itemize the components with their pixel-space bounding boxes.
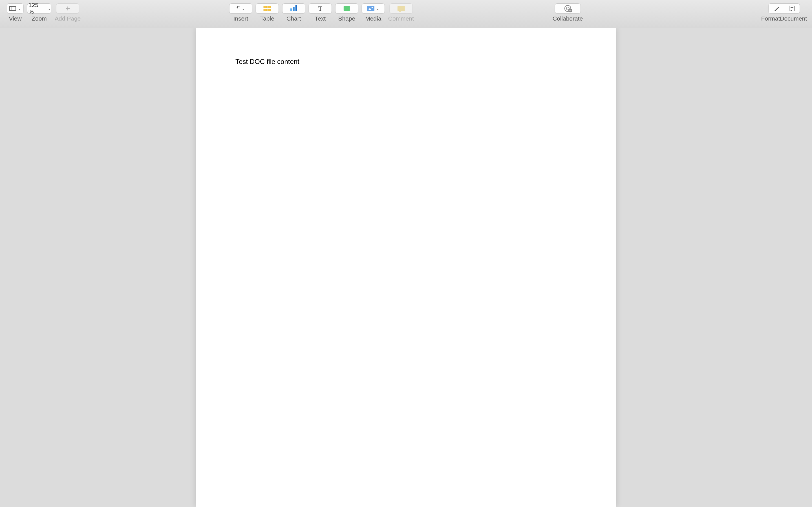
toolbar-right-section: Format Document — [761, 3, 807, 22]
format-document-segment — [768, 3, 800, 13]
document-body-text[interactable]: Test DOC file content — [236, 58, 576, 66]
document-label: Document — [780, 15, 807, 22]
media-item: ⌄ Media — [362, 3, 385, 22]
collaborate-label: Collaborate — [553, 15, 583, 22]
paintbrush-icon — [773, 6, 779, 11]
insert-item: ¶ ⌄ Insert — [229, 3, 252, 22]
sidebar-layout-icon — [9, 6, 16, 11]
text-item: T Text — [309, 3, 332, 22]
bar-chart-icon — [290, 6, 297, 11]
format-document-group: Format Document — [761, 3, 807, 22]
chevron-down-icon: ⌄ — [18, 6, 21, 11]
document-canvas[interactable]: Test DOC file content — [0, 28, 812, 507]
speech-bubble-icon — [397, 6, 405, 11]
table-label: Table — [260, 15, 274, 22]
comment-button — [389, 3, 412, 13]
table-icon — [264, 6, 271, 11]
person-plus-icon — [564, 5, 571, 12]
text-t-icon: T — [318, 5, 322, 12]
zoom-button[interactable]: 125 % ⌄ — [27, 3, 51, 13]
zoom-label: Zoom — [32, 15, 47, 22]
toolbar: ⌄ View 125 % ⌄ Zoom + Add Page ¶ ⌄ Ins — [0, 0, 812, 28]
chart-label: Chart — [287, 15, 301, 22]
zoom-item: 125 % ⌄ Zoom — [27, 3, 51, 22]
media-label: Media — [365, 15, 381, 22]
chevron-down-icon: ⌄ — [242, 6, 245, 11]
format-label: Format — [761, 15, 780, 22]
toolbar-left-section: ⌄ View 125 % ⌄ Zoom + Add Page — [5, 3, 82, 22]
document-lines-icon — [789, 6, 795, 11]
add-page-label: Add Page — [55, 15, 81, 22]
text-label: Text — [315, 15, 326, 22]
comment-item: Comment — [388, 3, 414, 22]
collaborate-button[interactable] — [555, 3, 581, 13]
zoom-value: 125 % — [28, 2, 46, 15]
document-button[interactable] — [784, 3, 800, 13]
comment-label: Comment — [388, 15, 414, 22]
table-item: Table — [256, 3, 279, 22]
image-icon — [367, 6, 374, 11]
add-page-button: + — [56, 3, 79, 13]
chart-item: Chart — [282, 3, 305, 22]
insert-label: Insert — [234, 15, 248, 22]
toolbar-center-section: ¶ ⌄ Insert Table Chart T Text — [227, 3, 585, 22]
media-button[interactable]: ⌄ — [362, 3, 385, 13]
add-page-item: + Add Page — [55, 3, 81, 22]
pilcrow-icon: ¶ — [237, 5, 240, 12]
chevron-down-icon: ⌄ — [376, 6, 379, 11]
format-button[interactable] — [768, 3, 784, 13]
view-item: ⌄ View — [7, 3, 24, 22]
shape-button[interactable] — [335, 3, 358, 13]
collaborate-item: Collaborate — [553, 3, 583, 22]
square-shape-icon — [344, 6, 350, 11]
plus-icon: + — [65, 4, 70, 12]
text-button[interactable]: T — [309, 3, 332, 13]
view-button[interactable]: ⌄ — [7, 3, 24, 13]
shape-label: Shape — [338, 15, 355, 22]
document-page[interactable]: Test DOC file content — [196, 28, 616, 507]
view-label: View — [9, 15, 21, 22]
chevron-down-icon: ⌄ — [48, 6, 51, 11]
shape-item: Shape — [335, 3, 358, 22]
table-button[interactable] — [256, 3, 279, 13]
insert-button[interactable]: ¶ ⌄ — [229, 3, 252, 13]
chart-button[interactable] — [282, 3, 305, 13]
